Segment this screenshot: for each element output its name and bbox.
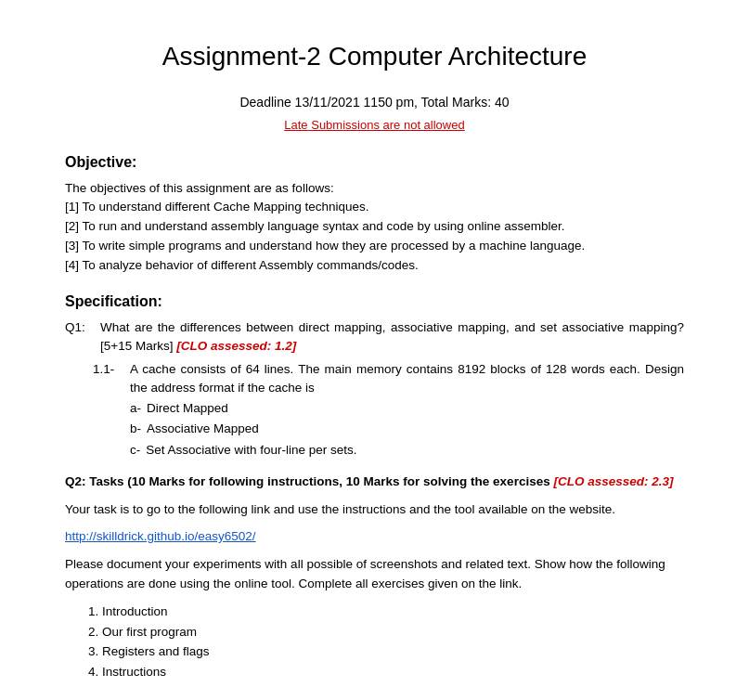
- q1-sub-item: 1.1- A cache consists of 64 lines. The m…: [93, 360, 684, 398]
- q1-question: What are the differences between direct …: [100, 320, 684, 334]
- list-item-4: Instructions: [102, 662, 684, 682]
- specification-section: Specification: Q1: What are the differen…: [65, 291, 684, 460]
- q1-row: Q1: What are the differences between dir…: [65, 318, 684, 356]
- objective-item-2: [2] To run and understand assembly langu…: [65, 217, 684, 237]
- option-a: Direct Mapped: [130, 399, 684, 418]
- q1-marks: [5+15 Marks]: [100, 339, 173, 353]
- q2-clo: [CLO assessed: 2.3]: [553, 474, 673, 488]
- q2-title: Q2: Tasks (10 Marks for following instru…: [65, 473, 684, 491]
- objective-item-4: [4] To analyze behavior of different Ass…: [65, 256, 684, 276]
- q1-label: Q1:: [65, 318, 100, 356]
- objective-item-3: [3] To write simple programs and underst…: [65, 237, 684, 256]
- page-title: Assignment-2 Computer Architecture: [65, 37, 684, 76]
- q2-numbered-list: Introduction Our first program Registers…: [102, 602, 684, 681]
- alpha-options-list: Direct Mapped Associative Mapped Set Ass…: [130, 399, 684, 460]
- sub-content: A cache consists of 64 lines. The main m…: [130, 360, 684, 398]
- q2-title-text: Q2: Tasks (10 Marks for following instru…: [65, 474, 550, 488]
- objective-title: Objective:: [65, 151, 684, 174]
- easy6502-link[interactable]: http://skilldrick.github.io/easy6502/: [65, 527, 684, 546]
- option-b: Associative Mapped: [130, 420, 684, 438]
- q2-body1: Your task is to go to the following link…: [65, 500, 684, 520]
- specification-title: Specification:: [65, 291, 684, 313]
- objective-item-1: [1] To understand different Cache Mappin…: [65, 198, 684, 217]
- deadline-text: Deadline 13/11/2021 1150 pm, Total Marks…: [65, 93, 684, 112]
- list-item-2: Our first program: [102, 622, 684, 642]
- option-c: Set Associative with four-line per sets.: [130, 441, 684, 460]
- q1-content: What are the differences between direct …: [100, 318, 684, 356]
- sub-label: 1.1-: [93, 360, 130, 398]
- late-submission-warning: Late Submissions are not allowed: [65, 116, 684, 135]
- q1-clo: [CLO assessed: 1.2]: [176, 339, 296, 353]
- objective-section: Objective: The objectives of this assign…: [65, 151, 684, 277]
- objective-intro: The objectives of this assignment are as…: [65, 179, 684, 199]
- q2-body2: Please document your experiments with al…: [65, 555, 684, 594]
- list-item-3: Registers and flags: [102, 642, 684, 662]
- list-item-1: Introduction: [102, 602, 684, 622]
- q2-section: Q2: Tasks (10 Marks for following instru…: [65, 473, 684, 682]
